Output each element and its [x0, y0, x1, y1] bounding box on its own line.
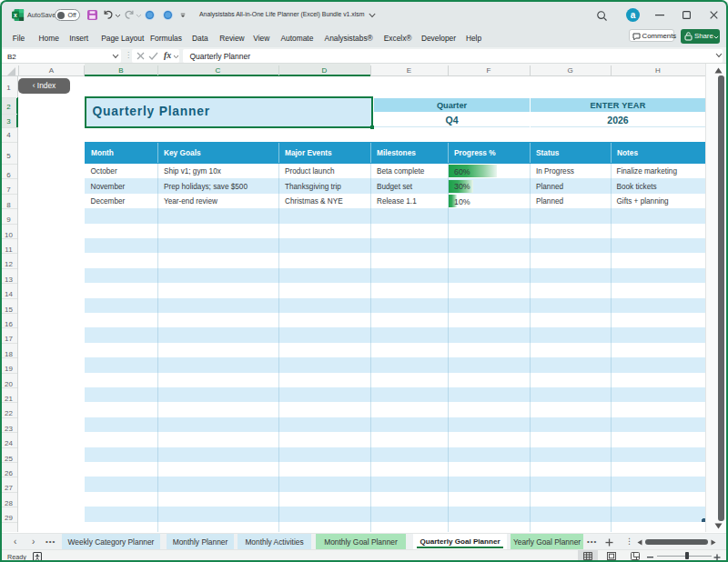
svg-text:x: x: [14, 11, 17, 17]
